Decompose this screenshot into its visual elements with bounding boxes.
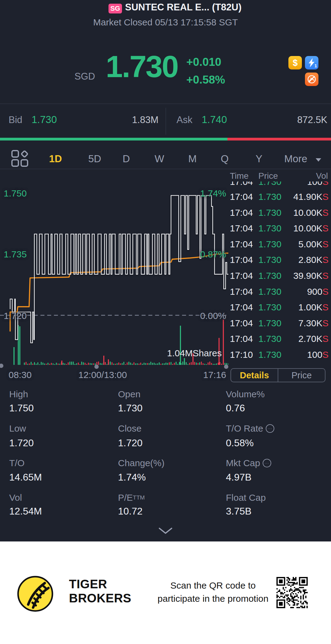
volume-bar <box>196 363 197 365</box>
crossed-arrows-icon <box>306 74 317 84</box>
volume-bar <box>159 362 160 365</box>
scrub-handle-dot[interactable] <box>0 364 3 368</box>
stat-value-low: 1.720 <box>9 437 34 449</box>
cash-plus-icon[interactable]: $ <box>288 56 302 69</box>
volume-bar <box>199 362 200 365</box>
ask-ratio-bar <box>227 138 331 140</box>
tape-row[interactable]: 17:041.73010.00KS <box>227 223 330 234</box>
bidask-divider <box>166 108 166 135</box>
volume-bar <box>91 363 92 365</box>
volume-bar <box>179 362 180 365</box>
volume-bar <box>144 363 145 365</box>
volume-bar <box>145 363 146 365</box>
stock-title: SUNTEC REAL E... (T82U) <box>125 2 242 13</box>
y-label-mid: 1.735 <box>4 249 27 260</box>
bid-price[interactable]: 1.730 <box>32 114 57 125</box>
volume-bar <box>37 362 38 365</box>
stat-label-volume-: Volume% <box>226 389 265 399</box>
info-icon[interactable]: ··· <box>266 424 274 433</box>
stat-label-close: Close <box>118 423 142 434</box>
volume-bar <box>31 362 32 365</box>
volume-bar <box>63 363 64 365</box>
volume-bar <box>219 362 220 365</box>
stat-value-close: 1.720 <box>118 437 143 449</box>
stat-label-p-e: P/ETTM <box>118 492 145 503</box>
tape-row[interactable]: 17:041.730900S <box>227 286 330 298</box>
tape-row[interactable]: 17:041.7301.00KS <box>227 302 330 313</box>
chart-type-button[interactable] <box>11 150 29 169</box>
tiger-brokers-logo-icon <box>17 575 54 612</box>
tab-5d[interactable]: 5D <box>80 153 109 165</box>
divider <box>0 103 331 104</box>
pct-label-high: 1.74% <box>177 188 226 199</box>
time-and-sales[interactable]: Time Price Vol 17:041.730100S 17:041.730… <box>227 169 330 368</box>
tape-row[interactable]: 17:101.730100S <box>227 350 330 361</box>
tape-row[interactable]: 17:041.7305.00KS <box>227 239 330 250</box>
volume-bar <box>166 363 166 365</box>
tape-row[interactable]: 17:041.73041.90KS <box>227 192 330 203</box>
volume-bar <box>44 364 45 365</box>
price-tab[interactable]: Price <box>278 369 325 382</box>
flash-order-icon[interactable]: 1 <box>305 56 318 69</box>
lightning-icon: 1 <box>306 57 317 68</box>
pct-label-mid: 0.87% <box>177 249 226 260</box>
volume-bar <box>110 361 111 365</box>
volume-bar <box>127 362 128 365</box>
price-change: +0.010 <box>186 56 221 69</box>
volume-bar <box>209 361 210 365</box>
volume-bar <box>128 362 129 365</box>
chart-canvas[interactable] <box>0 169 228 369</box>
tape-row[interactable]: 17:041.7302.70KS <box>227 334 330 345</box>
volume-bar <box>86 364 87 365</box>
volume-bar <box>29 364 30 365</box>
expand-chevron-icon[interactable] <box>157 526 174 536</box>
volume-bar <box>34 362 35 365</box>
stat-label-change-: Change(%) <box>118 458 165 468</box>
tab-w[interactable]: W <box>145 153 174 165</box>
tape-row[interactable]: 17:041.73039.90KS <box>227 271 330 282</box>
chevron-down-icon[interactable] <box>315 158 322 162</box>
pct-label-zero: 0.00% <box>177 311 226 321</box>
tab-1d[interactable]: 1D <box>41 153 70 165</box>
volume-bar <box>101 363 102 365</box>
volume-bar <box>81 362 82 365</box>
volume-bar <box>176 362 177 365</box>
tab-d[interactable]: D <box>112 153 141 165</box>
y-label-high: 1.750 <box>4 188 27 199</box>
tab-more[interactable]: More <box>277 153 314 165</box>
volume-bar <box>221 364 222 365</box>
tape-row[interactable]: 17:041.730100S <box>227 182 330 187</box>
volume-bar <box>203 363 204 365</box>
volume-bar <box>112 362 112 365</box>
tape-row[interactable]: 17:041.7302.80KS <box>227 255 330 266</box>
ask-price[interactable]: 1.740 <box>202 114 227 125</box>
intraday-chart[interactable]: 1.750 1.735 1.720 1.74% 0.87% 0.00% 1.04… <box>0 169 228 383</box>
tab-y[interactable]: Y <box>244 153 274 165</box>
stat-label-vol: Vol <box>9 492 22 503</box>
stat-label-high: High <box>9 389 28 399</box>
volume-bar <box>194 362 195 365</box>
volume-bar <box>73 362 74 365</box>
details-tab[interactable]: Details <box>231 369 278 382</box>
info-icon[interactable]: ··· <box>263 459 271 467</box>
tab-m[interactable]: M <box>178 153 207 165</box>
stat-label-t-o: T/O <box>9 458 25 468</box>
stat-label-open: Open <box>118 389 140 399</box>
volume-bar <box>88 363 89 365</box>
volume-bar <box>93 363 94 365</box>
volume-bar <box>53 363 54 365</box>
scrub-handle-dot[interactable] <box>94 365 99 369</box>
tape-row[interactable]: 17:041.7307.30KS <box>227 318 330 329</box>
volume-bar <box>51 363 52 365</box>
promo-footer: TIGER BROKERS Scan the QR code to partic… <box>0 541 331 644</box>
volume-bar <box>132 364 133 365</box>
volume-bar <box>24 363 25 365</box>
tape-row[interactable]: 17:041.73010.00KS <box>227 208 330 219</box>
brand-name-line2: BROKERS <box>69 591 131 605</box>
volume-bar <box>49 364 50 365</box>
volume-bar <box>169 362 170 365</box>
last-price: 1.730 <box>106 49 178 84</box>
tab-q[interactable]: Q <box>210 153 239 165</box>
volume-bar <box>27 364 28 365</box>
no-short-icon[interactable] <box>305 73 318 86</box>
